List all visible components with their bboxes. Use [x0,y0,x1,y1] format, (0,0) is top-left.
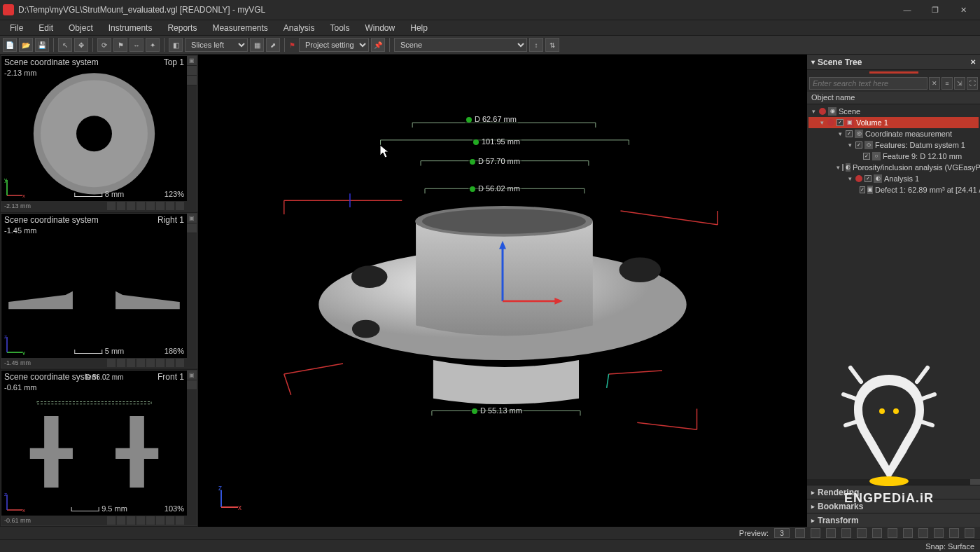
menu-edit[interactable]: Edit [31,22,60,34]
viewport-front-coord: -0.61 mm [4,383,36,392]
status-icon[interactable] [857,528,867,538]
filter-icon[interactable]: ≡ [941,77,953,90]
collapse-icon[interactable]: ⇲ [954,77,965,90]
dim-d2: 101.95 mm [472,137,522,146]
viewport-top[interactable]: Scene coordinate system Top 1 -2.13 mm x… [1,55,197,212]
status-icon[interactable] [949,528,959,538]
tree-node-defect[interactable]: ✓ ▣ Defect 1: 62.89 mm³ at [24.41 / 9.10… [808,184,979,195]
save-icon[interactable]: 💾 [35,38,49,52]
slices-select[interactable]: Slices left [185,38,248,52]
menu-measurements[interactable]: Measurements [205,22,274,34]
checkbox[interactable]: ✓ [864,175,872,182]
compare-icon[interactable]: ⇅ [545,38,559,52]
status-icon[interactable] [888,528,897,538]
status-icon[interactable] [826,528,836,538]
expand-icon[interactable]: ▣ [187,56,197,66]
tree-node-volume[interactable]: ▾ ✓ ▣ Volume 1 [808,117,979,128]
menu-file[interactable]: File [3,22,30,34]
scene-tree-header[interactable]: ▾ Scene Tree ✕ [807,55,980,70]
preview-value[interactable] [774,528,790,538]
search-input[interactable] [809,77,927,90]
expander-icon[interactable]: ▾ [810,108,817,115]
tree-node-coordmeas[interactable]: ▾ ✓ ◎ Coordinate measurement [808,128,979,139]
status-icon[interactable] [795,528,805,538]
status-icon[interactable] [918,528,928,538]
model-3d [199,55,806,527]
menu-instruments[interactable]: Instruments [102,22,160,34]
mini-icon[interactable] [107,202,115,210]
project-settings-select[interactable]: Project settings [299,38,369,52]
move-icon[interactable]: ✥ [74,38,88,52]
scene-select[interactable]: Scene [394,38,527,52]
star-icon[interactable]: ✦ [146,38,160,52]
sort-icon[interactable]: ↕ [529,38,543,52]
rotate-icon[interactable]: ⟳ [97,38,111,52]
menu-object[interactable]: Object [62,22,100,34]
close-button[interactable]: ✕ [949,0,977,20]
viewport-front[interactable]: Scene coordinate system Front 1 -0.61 mm… [1,370,197,526]
svg-line-21 [284,364,343,374]
status-icon[interactable] [934,528,944,538]
checkbox[interactable]: ✓ [860,186,865,193]
expander-icon[interactable]: ▾ [836,130,844,137]
viewport-top-coord: -2.13 mm [4,69,36,77]
tree-node-porosity[interactable]: ▾ ◐ Porosity/inclusion analysis (VGEasyP… [808,162,979,173]
scrollbar[interactable] [970,479,980,485]
dim-d1: D 62.67 mm [465,115,518,123]
viewport-3d[interactable]: D 62.67 mm 101.95 mm D 57.70 mm D 56.02 … [199,55,806,527]
visibility-icon[interactable] [855,175,862,182]
tree-node-features[interactable]: ▾ ✓ ◇ Features: Datum system 1 [808,139,979,151]
pin-icon[interactable]: 📌 [371,38,385,52]
status-icon[interactable] [841,528,851,538]
flag-icon[interactable]: ⚑ [113,38,127,52]
tree-node-analysis[interactable]: ▾ ✓ ◐ Analysis 1 [808,173,979,184]
checkbox[interactable]: ✓ [863,153,870,160]
scene-tree[interactable]: ▾ ◉ Scene ▾ ✓ ▣ Volume 1 ▾ ✓ ◎ Coordinat… [807,104,980,479]
menu-analysis[interactable]: Analysis [276,22,322,34]
section-bookmarks[interactable]: ▸Bookmarks [807,499,980,513]
scale-label: 9.5 mm [71,504,127,513]
expand-icon[interactable]: ⛶ [967,77,978,90]
menu-reports[interactable]: Reports [160,22,204,34]
menu-window[interactable]: Window [358,22,402,34]
grid-icon[interactable]: ▦ [250,38,264,52]
align-icon[interactable]: ◧ [169,38,183,52]
expander-icon[interactable]: ▾ [836,164,840,171]
scene-icon: ◉ [828,107,836,116]
status-icon[interactable] [872,528,882,538]
dim-d5: D 55.13 mm [470,406,524,415]
tree-node-scene[interactable]: ▾ ◉ Scene [808,106,979,117]
minimize-button[interactable]: — [893,0,921,20]
checkbox[interactable]: ✓ [855,142,862,149]
checkbox[interactable]: ✓ [836,119,844,126]
maximize-button[interactable]: ❐ [921,0,949,20]
section-transform[interactable]: ▸Transform [807,513,980,527]
defect-icon: ▣ [867,186,873,194]
cursor-icon[interactable]: ⬈ [266,38,280,52]
new-icon[interactable]: 📄 [3,38,17,52]
expander-icon[interactable]: ▾ [818,119,825,126]
panel-close-icon[interactable]: ✕ [970,58,976,66]
viewport-front-label: Front 1 [158,372,184,382]
dim-icon[interactable]: ↔ [130,38,144,52]
tree-label: Defect 1: 62.89 mm³ at [24.41 / 9.10… [875,186,980,194]
viewport-right[interactable]: Scene coordinate system Right 1 -1.45 mm… [1,213,197,369]
checkbox[interactable]: ✓ [846,130,853,137]
visibility-icon[interactable] [819,108,826,115]
checkbox[interactable] [842,164,844,171]
status-icon[interactable] [965,528,974,538]
pointer-icon[interactable]: ↖ [58,38,72,52]
menu-help[interactable]: Help [403,22,435,34]
svg-point-41 [879,408,885,414]
tree-node-feature9[interactable]: ✓ ○ Feature 9: D 12.10 mm [808,151,979,162]
visibility-icon[interactable] [827,119,834,126]
open-icon[interactable]: 📂 [19,38,33,52]
status-icon[interactable] [903,528,913,538]
clear-search-icon[interactable]: ✕ [929,77,940,90]
menu-tools[interactable]: Tools [323,22,357,34]
expander-icon[interactable]: ▾ [846,175,853,182]
zoom-label: 123% [164,190,184,198]
expander-icon[interactable]: ▾ [846,142,853,149]
status-icon[interactable] [811,528,820,538]
section-rendering[interactable]: ▸Rendering [807,485,980,499]
